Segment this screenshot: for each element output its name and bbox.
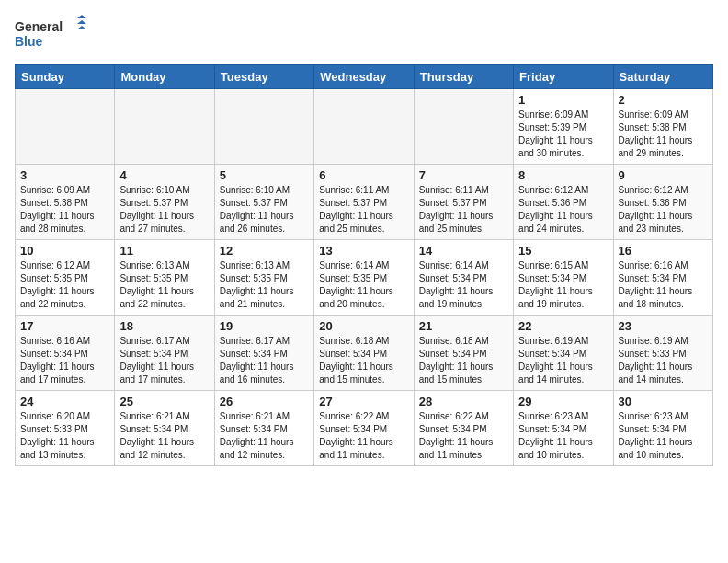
day-info: Sunrise: 6:13 AMSunset: 5:35 PMDaylight:… <box>220 259 309 311</box>
calendar-table: SundayMondayTuesdayWednesdayThursdayFrid… <box>15 64 713 466</box>
calendar-day-cell: 22Sunrise: 6:19 AMSunset: 5:34 PMDayligh… <box>514 316 613 391</box>
day-number: 23 <box>619 319 708 333</box>
day-info: Sunrise: 6:16 AMSunset: 5:34 PMDaylight:… <box>20 335 109 386</box>
day-info: Sunrise: 6:21 AMSunset: 5:34 PMDaylight:… <box>220 410 309 462</box>
day-info: Sunrise: 6:17 AMSunset: 5:34 PMDaylight:… <box>119 335 209 386</box>
day-number: 10 <box>20 244 109 258</box>
day-number: 17 <box>20 319 109 333</box>
day-info: Sunrise: 6:10 AMSunset: 5:37 PMDaylight:… <box>220 184 309 236</box>
calendar-week-row: 10Sunrise: 6:12 AMSunset: 5:35 PMDayligh… <box>16 240 713 316</box>
day-info: Sunrise: 6:22 AMSunset: 5:34 PMDaylight:… <box>419 410 508 462</box>
calendar-day-cell <box>314 89 414 165</box>
svg-marker-2 <box>77 15 86 18</box>
calendar-day-cell: 4Sunrise: 6:10 AMSunset: 5:37 PMDaylight… <box>115 165 214 240</box>
day-number: 30 <box>619 395 708 408</box>
day-number: 20 <box>319 319 408 333</box>
svg-text:Blue: Blue <box>15 34 43 49</box>
calendar-day-cell: 19Sunrise: 6:17 AMSunset: 5:34 PMDayligh… <box>214 316 313 391</box>
calendar-day-cell: 25Sunrise: 6:21 AMSunset: 5:34 PMDayligh… <box>115 391 214 466</box>
day-number: 2 <box>619 93 708 107</box>
calendar-day-cell <box>214 89 313 165</box>
calendar-day-cell: 15Sunrise: 6:15 AMSunset: 5:34 PMDayligh… <box>514 240 613 316</box>
day-number: 5 <box>220 168 309 182</box>
calendar-day-cell <box>16 89 115 165</box>
calendar-week-row: 24Sunrise: 6:20 AMSunset: 5:33 PMDayligh… <box>16 391 713 466</box>
day-number: 6 <box>319 168 408 182</box>
day-info: Sunrise: 6:21 AMSunset: 5:34 PMDaylight:… <box>119 410 209 462</box>
calendar-day-cell: 13Sunrise: 6:14 AMSunset: 5:35 PMDayligh… <box>314 240 414 316</box>
page-header: General Blue <box>15 15 713 55</box>
day-number: 7 <box>419 168 508 182</box>
day-number: 28 <box>419 395 508 408</box>
day-info: Sunrise: 6:14 AMSunset: 5:34 PMDaylight:… <box>419 259 508 311</box>
calendar-day-cell: 18Sunrise: 6:17 AMSunset: 5:34 PMDayligh… <box>115 316 214 391</box>
weekday-header: Monday <box>115 65 214 89</box>
weekday-header: Friday <box>514 65 613 89</box>
calendar-day-cell: 6Sunrise: 6:11 AMSunset: 5:37 PMDaylight… <box>314 165 414 240</box>
weekday-header: Wednesday <box>314 65 414 89</box>
weekday-header-row: SundayMondayTuesdayWednesdayThursdayFrid… <box>16 65 713 89</box>
calendar-day-cell: 8Sunrise: 6:12 AMSunset: 5:36 PMDaylight… <box>514 165 613 240</box>
calendar-day-cell <box>115 89 214 165</box>
day-number: 16 <box>619 244 708 258</box>
day-number: 8 <box>518 168 608 182</box>
calendar-day-cell: 11Sunrise: 6:13 AMSunset: 5:35 PMDayligh… <box>115 240 214 316</box>
day-info: Sunrise: 6:10 AMSunset: 5:37 PMDaylight:… <box>119 184 209 236</box>
day-info: Sunrise: 6:12 AMSunset: 5:36 PMDaylight:… <box>518 184 608 236</box>
day-number: 14 <box>419 244 508 258</box>
day-number: 9 <box>619 168 708 182</box>
day-info: Sunrise: 6:22 AMSunset: 5:34 PMDaylight:… <box>319 410 408 462</box>
calendar-day-cell: 17Sunrise: 6:16 AMSunset: 5:34 PMDayligh… <box>16 316 115 391</box>
day-info: Sunrise: 6:09 AMSunset: 5:38 PMDaylight:… <box>20 184 109 236</box>
calendar-week-row: 1Sunrise: 6:09 AMSunset: 5:39 PMDaylight… <box>16 89 713 165</box>
calendar-day-cell: 20Sunrise: 6:18 AMSunset: 5:34 PMDayligh… <box>314 316 414 391</box>
day-number: 18 <box>119 319 209 333</box>
day-number: 1 <box>518 93 608 107</box>
day-number: 15 <box>518 244 608 258</box>
calendar-day-cell: 2Sunrise: 6:09 AMSunset: 5:38 PMDaylight… <box>613 89 712 165</box>
calendar-day-cell: 3Sunrise: 6:09 AMSunset: 5:38 PMDaylight… <box>16 165 115 240</box>
calendar-day-cell: 14Sunrise: 6:14 AMSunset: 5:34 PMDayligh… <box>414 240 513 316</box>
day-number: 26 <box>220 395 309 408</box>
day-number: 27 <box>319 395 408 408</box>
day-info: Sunrise: 6:13 AMSunset: 5:35 PMDaylight:… <box>119 259 209 311</box>
day-info: Sunrise: 6:18 AMSunset: 5:34 PMDaylight:… <box>419 335 508 386</box>
day-number: 4 <box>119 168 209 182</box>
logo-icon: General Blue <box>15 15 88 55</box>
day-info: Sunrise: 6:12 AMSunset: 5:35 PMDaylight:… <box>20 259 109 311</box>
calendar-day-cell: 30Sunrise: 6:23 AMSunset: 5:34 PMDayligh… <box>613 391 712 466</box>
weekday-header: Thursday <box>414 65 513 89</box>
day-info: Sunrise: 6:23 AMSunset: 5:34 PMDaylight:… <box>518 410 608 462</box>
day-info: Sunrise: 6:17 AMSunset: 5:34 PMDaylight:… <box>220 335 309 386</box>
day-info: Sunrise: 6:09 AMSunset: 5:38 PMDaylight:… <box>619 109 708 160</box>
svg-marker-3 <box>77 20 86 24</box>
day-info: Sunrise: 6:11 AMSunset: 5:37 PMDaylight:… <box>419 184 508 236</box>
weekday-header: Tuesday <box>214 65 313 89</box>
day-number: 3 <box>20 168 109 182</box>
calendar-day-cell: 28Sunrise: 6:22 AMSunset: 5:34 PMDayligh… <box>414 391 513 466</box>
calendar-day-cell: 9Sunrise: 6:12 AMSunset: 5:36 PMDaylight… <box>613 165 712 240</box>
calendar-day-cell: 7Sunrise: 6:11 AMSunset: 5:37 PMDaylight… <box>414 165 513 240</box>
day-number: 29 <box>518 395 608 408</box>
calendar-day-cell: 24Sunrise: 6:20 AMSunset: 5:33 PMDayligh… <box>16 391 115 466</box>
day-info: Sunrise: 6:09 AMSunset: 5:39 PMDaylight:… <box>518 109 608 160</box>
day-info: Sunrise: 6:15 AMSunset: 5:34 PMDaylight:… <box>518 259 608 311</box>
calendar-week-row: 17Sunrise: 6:16 AMSunset: 5:34 PMDayligh… <box>16 316 713 391</box>
day-info: Sunrise: 6:14 AMSunset: 5:35 PMDaylight:… <box>319 259 408 311</box>
calendar-day-cell: 21Sunrise: 6:18 AMSunset: 5:34 PMDayligh… <box>414 316 513 391</box>
calendar-day-cell: 5Sunrise: 6:10 AMSunset: 5:37 PMDaylight… <box>214 165 313 240</box>
day-number: 21 <box>419 319 508 333</box>
day-number: 11 <box>119 244 209 258</box>
day-info: Sunrise: 6:16 AMSunset: 5:34 PMDaylight:… <box>619 259 708 311</box>
day-info: Sunrise: 6:19 AMSunset: 5:33 PMDaylight:… <box>619 335 708 386</box>
svg-marker-4 <box>77 26 86 29</box>
day-info: Sunrise: 6:19 AMSunset: 5:34 PMDaylight:… <box>518 335 608 386</box>
calendar-week-row: 3Sunrise: 6:09 AMSunset: 5:38 PMDaylight… <box>16 165 713 240</box>
calendar-day-cell: 23Sunrise: 6:19 AMSunset: 5:33 PMDayligh… <box>613 316 712 391</box>
svg-text:General: General <box>15 19 63 34</box>
weekday-header: Saturday <box>613 65 712 89</box>
weekday-header: Sunday <box>16 65 115 89</box>
day-info: Sunrise: 6:11 AMSunset: 5:37 PMDaylight:… <box>319 184 408 236</box>
logo: General Blue <box>15 15 88 55</box>
calendar-day-cell: 29Sunrise: 6:23 AMSunset: 5:34 PMDayligh… <box>514 391 613 466</box>
